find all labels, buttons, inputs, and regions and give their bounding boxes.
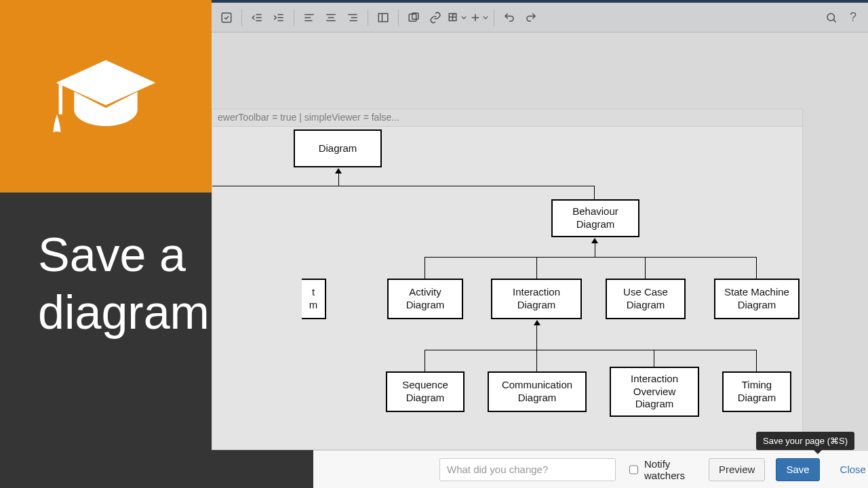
outdent-icon[interactable] <box>248 8 267 27</box>
align-right-icon[interactable] <box>343 8 362 27</box>
indent-icon[interactable] <box>269 8 288 27</box>
undo-icon[interactable] <box>500 8 519 27</box>
node-interaction-overview[interactable]: Interaction Overview Diagram <box>610 367 699 417</box>
node-behaviour[interactable]: Behaviour Diagram <box>551 199 639 237</box>
close-button[interactable]: Close <box>831 458 868 481</box>
node-sequence[interactable]: Sequence Diagram <box>386 371 465 412</box>
notify-watchers-checkbox[interactable] <box>629 464 638 475</box>
search-icon[interactable] <box>822 8 841 27</box>
node-timing[interactable]: Timing Diagram <box>722 371 791 412</box>
svg-rect-28 <box>59 83 62 115</box>
change-comment-input[interactable] <box>439 458 616 481</box>
preview-button[interactable]: Preview <box>709 458 765 481</box>
node-usecase[interactable]: Use Case Diagram <box>606 279 686 319</box>
task-list-icon[interactable] <box>217 8 236 27</box>
link-icon[interactable] <box>426 8 445 27</box>
svg-point-25 <box>827 14 835 21</box>
node-activity[interactable]: Activity Diagram <box>387 279 463 319</box>
macro-params[interactable]: ewerToolbar = true | simpleViewer = fals… <box>212 108 803 126</box>
node-interaction[interactable]: Interaction Diagram <box>491 279 582 319</box>
brand-block <box>0 0 212 192</box>
svg-rect-16 <box>378 14 388 22</box>
save-tooltip: Save your page (⌘S) <box>756 432 854 450</box>
redo-icon[interactable] <box>521 8 540 27</box>
editor-footer: Notify watchers Preview Save Close <box>313 450 868 488</box>
align-center-icon[interactable] <box>321 8 340 27</box>
notify-watchers-label: Notify watchers <box>644 458 687 481</box>
diagram-canvas[interactable]: Diagram Behaviour Diagram t m Activity D… <box>212 126 803 450</box>
notify-watchers[interactable]: Notify watchers <box>627 458 687 481</box>
macro-icon[interactable] <box>404 8 423 27</box>
insert-icon[interactable] <box>469 8 488 27</box>
svg-marker-27 <box>56 60 156 106</box>
node-communication[interactable]: Communication Diagram <box>488 371 587 412</box>
help-icon[interactable]: ? <box>844 8 863 27</box>
save-button[interactable]: Save <box>776 458 819 481</box>
graduation-cap-icon <box>52 45 160 147</box>
align-left-icon[interactable] <box>300 8 319 27</box>
editor-toolbar: ? <box>212 3 868 33</box>
table-icon[interactable] <box>448 8 467 27</box>
svg-rect-0 <box>222 13 231 22</box>
node-row2-partial[interactable]: t m <box>302 279 326 319</box>
node-diagram[interactable]: Diagram <box>294 129 382 167</box>
svg-line-26 <box>833 20 835 22</box>
layout-icon[interactable] <box>374 8 393 27</box>
node-statemachine[interactable]: State Machine Diagram <box>714 279 800 319</box>
